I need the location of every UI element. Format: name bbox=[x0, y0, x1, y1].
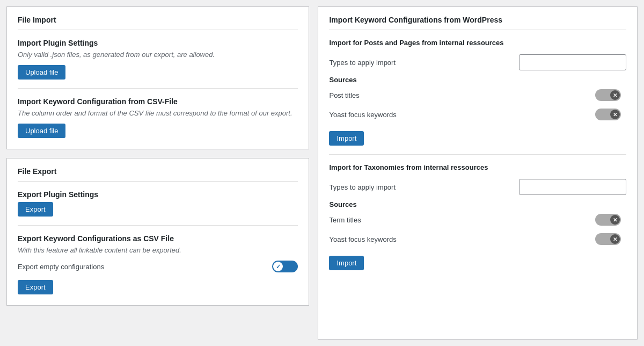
taxonomies-types-label: Types to apply import bbox=[329, 183, 396, 191]
csv-import-note: The column order and format of the CSV f… bbox=[18, 109, 298, 117]
file-import-panel: File Import Import Plugin Settings Only … bbox=[6, 6, 309, 149]
export-plugin-settings-heading: Export Plugin Settings bbox=[18, 190, 298, 199]
file-export-panel: File Export Export Plugin Settings Expor… bbox=[6, 158, 309, 306]
export-button-1[interactable]: Export bbox=[18, 202, 53, 217]
posts-yoast-thumb: ✕ bbox=[610, 110, 620, 119]
upload-file-button-1[interactable]: Upload file bbox=[18, 65, 65, 80]
posts-types-input[interactable] bbox=[519, 54, 626, 70]
csv-export-heading: Export Keyword Configurations as CSV Fil… bbox=[18, 234, 298, 243]
post-titles-row: Post titles ✕ bbox=[329, 88, 626, 102]
taxonomies-import-button[interactable]: Import bbox=[329, 256, 364, 270]
taxonomies-section: Import for Taxonomies from internal ress… bbox=[329, 163, 626, 270]
posts-types-label: Types to apply import bbox=[329, 59, 396, 67]
term-titles-toggle[interactable]: ✕ bbox=[595, 213, 626, 227]
export-toggle-label: Export empty configurations bbox=[18, 263, 104, 271]
posts-yoast-row: Yoast focus keywords ✕ bbox=[329, 107, 626, 121]
csv-import-heading: Import Keyword Configuration from CSV-Fi… bbox=[18, 97, 298, 106]
taxonomies-yoast-thumb: ✕ bbox=[610, 234, 620, 244]
file-import-title: File Import bbox=[18, 16, 298, 30]
taxonomies-yoast-label: Yoast focus keywords bbox=[329, 235, 396, 243]
term-titles-label: Term titles bbox=[329, 216, 361, 224]
taxonomies-types-row: Types to apply import bbox=[329, 179, 626, 195]
divider-1 bbox=[18, 88, 298, 89]
right-divider bbox=[329, 154, 626, 155]
export-button-2[interactable]: Export bbox=[18, 280, 53, 294]
toggle-thumb: ✓ bbox=[273, 262, 283, 271]
term-titles-row: Term titles ✕ bbox=[329, 213, 626, 227]
right-panel-title: Import Keyword Configurations from WordP… bbox=[329, 16, 626, 30]
csv-export-note: With this feature all linkable content c… bbox=[18, 246, 298, 254]
taxonomies-yoast-toggle[interactable]: ✕ bbox=[595, 232, 626, 246]
post-titles-thumb: ✕ bbox=[610, 90, 620, 100]
right-panel: Import Keyword Configurations from WordP… bbox=[318, 6, 638, 340]
export-empty-toggle[interactable]: ✓ bbox=[272, 261, 298, 272]
posts-yoast-toggle[interactable]: ✕ bbox=[595, 107, 626, 121]
post-titles-toggle[interactable]: ✕ bbox=[595, 88, 626, 102]
taxonomies-heading: Import for Taxonomies from internal ress… bbox=[329, 163, 626, 171]
upload-file-button-2[interactable]: Upload file bbox=[18, 124, 65, 138]
term-titles-thumb: ✕ bbox=[610, 215, 620, 225]
posts-section: Import for Posts and Pages from internal… bbox=[329, 39, 626, 146]
divider-2 bbox=[18, 225, 298, 226]
taxonomies-types-input[interactable] bbox=[519, 179, 626, 195]
export-toggle-row: Export empty configurations ✓ bbox=[18, 261, 298, 272]
import-plugin-settings-heading: Import Plugin Settings bbox=[18, 39, 298, 47]
posts-sources-label: Sources bbox=[329, 76, 626, 84]
posts-types-row: Types to apply import bbox=[329, 54, 626, 70]
import-plugin-settings-note: Only valid .json files, as generated fro… bbox=[18, 51, 298, 59]
post-titles-label: Post titles bbox=[329, 91, 359, 99]
posts-import-button[interactable]: Import bbox=[329, 131, 364, 146]
taxonomies-sources-label: Sources bbox=[329, 200, 626, 208]
file-export-title: File Export bbox=[18, 167, 298, 182]
posts-yoast-label: Yoast focus keywords bbox=[329, 111, 396, 119]
taxonomies-yoast-row: Yoast focus keywords ✕ bbox=[329, 232, 626, 246]
posts-section-heading: Import for Posts and Pages from internal… bbox=[329, 39, 626, 47]
